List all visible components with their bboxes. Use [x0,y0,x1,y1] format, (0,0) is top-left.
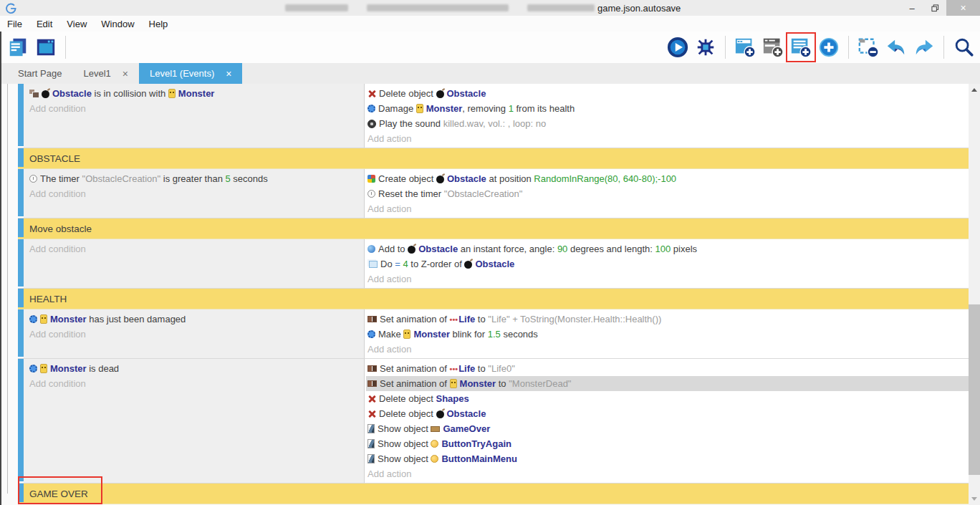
comment-row-obstacle[interactable]: OBSTACLE [18,148,969,169]
add-action-link[interactable]: Add action [366,466,969,481]
operator-text: = [395,259,403,269]
show-icon [368,439,375,448]
timer-icon [29,175,37,183]
debug-icon[interactable] [693,35,718,59]
show-icon [368,424,375,433]
bomb-icon [436,90,444,98]
redacted-text-block [367,4,509,11]
comment-row-health[interactable]: HEALTH [18,289,969,309]
events-list: Obstacle is in collision with MonsterAdd… [18,84,969,505]
toolbar-left [0,35,69,59]
window-title-group: game.json.autosave [285,0,681,16]
redacted-text-block [285,4,348,11]
monster-icon [40,364,47,373]
new-scene-icon[interactable] [733,35,757,59]
tab-close-icon[interactable]: × [123,68,128,80]
window-controls: – × [900,0,980,16]
create-icon [368,175,375,183]
action-line[interactable]: Add to Obstacle an instant force, angle:… [366,241,969,256]
object-name: Obstacle [447,88,486,99]
conditions-column: Obstacle is in collision with MonsterAdd… [24,84,364,148]
damage-icon [368,330,375,338]
redo-icon[interactable] [912,35,936,59]
object-name: Monster [50,314,87,324]
action-line[interactable]: Delete object Obstacle [366,406,969,421]
condition-line[interactable]: Monster has just been damaged [28,312,364,327]
action-line[interactable]: Damage Monster, removing 1 from its heal… [366,101,969,116]
action-line[interactable]: Reset the timer "ObstacleCreation" [366,186,969,201]
tab-level1[interactable]: Level1× [72,63,139,84]
undo-icon[interactable] [884,35,908,59]
add-action-link[interactable]: Add action [366,342,969,357]
action-line[interactable]: Set animation of Monster to "MonsterDead… [366,376,969,391]
menu-view[interactable]: View [59,16,94,32]
restore-button[interactable] [923,0,946,16]
add-condition-link[interactable]: Add condition [28,186,364,201]
plain-text: Delete object [379,88,436,99]
add-action-link[interactable]: Add action [366,201,969,216]
value-text: 5 [226,173,231,184]
minimize-button[interactable]: – [900,0,923,16]
button-icon [431,455,438,463]
menu-window[interactable]: Window [94,16,141,32]
new-external-events-icon[interactable] [761,35,785,59]
toolbar-separator [848,36,849,59]
condition-line[interactable]: The timer "ObstacleCreation" is greater … [28,171,364,186]
add-icon[interactable] [817,35,841,59]
add-condition-link[interactable]: Add condition [28,327,364,342]
action-line[interactable]: Delete object Obstacle [366,86,969,101]
damage-icon [29,315,37,323]
add-condition-link[interactable]: Add condition [28,376,364,391]
add-condition-link[interactable]: Add condition [28,241,364,256]
comment-row-move-obstacle[interactable]: Move obstacle [18,218,969,239]
action-line[interactable]: Show object ButtonTryAgain [366,436,969,451]
plain-text: blink for [450,329,488,340]
string-text: killed.wav, vol.: , loop: no [443,118,547,129]
events-sheet-icon[interactable] [6,35,30,59]
title-bar: game.json.autosave – × [0,0,980,16]
plain-text: Play the sound [379,118,443,129]
scroll-down-arrow-icon[interactable] [969,493,980,505]
play-icon[interactable] [666,35,690,59]
action-line[interactable]: Show object ButtonMainMenu [366,451,969,466]
action-line[interactable]: Delete object Shapes [366,391,969,406]
events-gutter [0,84,18,505]
scene-editor-icon[interactable] [34,35,58,59]
conditions-column: Monster has just been damagedAdd conditi… [24,309,364,358]
action-line[interactable]: Set animation of •••Life to "Life0" [366,361,969,376]
string-text: "Life" + ToString(Monster.Health::Health… [488,314,661,324]
menu-edit[interactable]: Edit [29,16,59,32]
vertical-scrollbar[interactable] [969,84,980,505]
tab-level1-events[interactable]: Level1 (Events)× [139,63,243,84]
object-name: Obstacle [418,244,458,254]
new-event-icon[interactable] [789,35,813,59]
condition-line[interactable]: Obstacle is in collision with Monster [28,86,364,101]
action-line[interactable]: Create object Obstacle at position Rando… [366,171,969,186]
plain-text: from its health [514,103,575,114]
tab-start-page[interactable]: Start Page [7,63,72,84]
action-line[interactable]: Set animation of •••Life to "Life" + ToS… [366,312,969,327]
scrollbar-thumb[interactable] [969,304,980,475]
life-icon: ••• [450,315,458,324]
action-line[interactable]: Make Monster blink for 1.5 seconds [366,327,969,342]
comment-row-game-over[interactable]: GAME OVER [18,484,969,504]
menu-file[interactable]: File [6,16,29,32]
add-action-link[interactable]: Add action [366,271,969,287]
plain-text: The timer [40,173,82,184]
delete-selection-icon[interactable] [856,35,880,59]
close-button[interactable]: × [946,0,980,16]
add-action-link[interactable]: Add action [366,131,969,146]
action-line[interactable]: Show object GameOver [366,421,969,436]
menu-help[interactable]: Help [142,16,176,32]
search-icon[interactable] [951,35,976,59]
scroll-up-arrow-icon[interactable] [969,84,980,96]
condition-line[interactable]: Monster is dead [28,361,364,376]
action-line[interactable]: Do = 4 to Z-order of Obstacle [366,256,969,271]
value-text: 100 [655,244,671,254]
add-condition-link[interactable]: Add condition [28,101,364,116]
tab-close-icon[interactable]: × [226,68,231,80]
plain-text: is greater than [160,173,225,184]
animation-icon [368,365,377,372]
action-line[interactable]: Play the sound killed.wav, vol.: , loop:… [366,116,969,131]
actions-column: Set animation of •••Life to "Life" + ToS… [364,309,969,358]
